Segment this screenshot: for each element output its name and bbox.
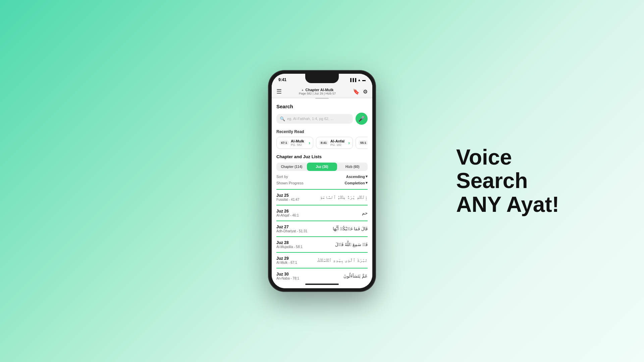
sort-value-text: Ascending [346, 175, 365, 179]
ayat-badge: 8:41 [319, 140, 328, 145]
juz-arabic-text: قَدۡ سَمِعَ ٱللَّهُ قَوۡلَ [335, 242, 368, 247]
header-info: ▲ Chapter Al-Mulk Page 582 | Juz 29 | Hi… [299, 88, 336, 95]
juz-arabic-text: إِلَيۡهِ يُرَدُّ عِلۡمُ ٱلسَّاعَةِ [320, 195, 368, 200]
juz-number: Juz 29 [276, 256, 297, 261]
search-icon: 🔍 [280, 116, 285, 121]
juz-arabic-text: قَالَ فَمَا خَطۡبُكُمۡ أَيُّهَا [333, 226, 368, 231]
phone-shell: 9:41 ▐▐▐ ▲ ▬ ☰ ▲ Chapter Al-Mulk Page 58… [268, 70, 376, 292]
app-header: ☰ ▲ Chapter Al-Mulk Page 582 | Juz 29 | … [272, 86, 372, 98]
progress-row: Shown Progress Completion ▾ [276, 181, 368, 185]
juz-info: Juz 25 Fussilat - 41:47 [276, 193, 299, 201]
search-bar: 🔍 eg. Al-Fatihah, 1:4, pg 62, ... 🎤 [276, 113, 368, 125]
content-area: Search 🔍 eg. Al-Fatihah, 1:4, pg 62, ...… [272, 99, 372, 280]
table-row[interactable]: Juz 29 Al-Mulk - 67:1 تَبَٰرَكَ ٱلَّذِى … [276, 252, 368, 268]
bookmark-icon[interactable]: 🔖 [353, 88, 360, 95]
search-placeholder: eg. Al-Fatihah, 1:4, pg 62, ... [287, 117, 333, 121]
juz-arabic-text: عَمَّ يَتَسَآءَلُونَ [343, 274, 368, 279]
juz-arabic-text: حم [362, 210, 368, 216]
chevron-right-icon: › [309, 140, 310, 145]
table-row[interactable]: Juz 26 Al-Ahqaf - 46:1 حم [276, 205, 368, 221]
home-indicator [272, 280, 372, 288]
juz-surah: Al-Mujadila - 58:1 [276, 245, 303, 249]
ayat-badge: 55:1 [359, 140, 368, 145]
juz-info: Juz 29 Al-Mulk - 67:1 [276, 256, 297, 264]
signal-icon: ▐▐▐ [349, 78, 356, 82]
progress-value[interactable]: Completion ▾ [345, 181, 368, 185]
table-row[interactable]: Juz 27 Adh-Dhariyat - 51:31 قَالَ فَمَا … [276, 221, 368, 236]
tab-chapter[interactable]: Chapter (114) [276, 163, 307, 171]
list-item[interactable]: 8:41 Al-Anfal PG. 182 › [316, 137, 353, 149]
juz-info: Juz 30 An-Naba - 78:1 [276, 272, 299, 280]
list-item[interactable]: 55:1 [356, 137, 368, 149]
chevron-right-icon: › [348, 140, 350, 145]
search-input-wrap[interactable]: 🔍 eg. Al-Fatihah, 1:4, pg 62, ... [276, 114, 353, 124]
item-name: Al-Anfal [330, 139, 346, 143]
headline-text: Voice Search ANY Ayat! [456, 145, 584, 216]
tab-hizb[interactable]: Hizb (60) [337, 163, 368, 171]
sort-label: Sort by [276, 175, 288, 179]
item-page: PG. 582 [291, 143, 307, 146]
dynamic-island [305, 74, 339, 83]
header-page-info: Page 582 | Juz 29 | Hizb 57 [299, 92, 336, 95]
search-title: Search [276, 104, 368, 109]
headline-line1: Voice Search ANY Ayat! [456, 145, 584, 216]
battery-icon: ▬ [362, 78, 366, 82]
headline-line1-text: Voice Search [456, 145, 528, 193]
juz-arabic-text: تَبَٰرَكَ ٱلَّذِى بِيَدِهِ ٱلۡمُلۡكُ [317, 258, 368, 263]
juz-info: Juz 28 Al-Mujadila - 58:1 [276, 240, 303, 249]
tab-juz[interactable]: Juz (30) [307, 163, 337, 171]
juz-number: Juz 27 [276, 225, 307, 229]
menu-icon[interactable]: ☰ [276, 88, 282, 95]
juz-number: Juz 30 [276, 272, 299, 277]
wifi-icon: ▲ [358, 78, 361, 82]
juz-number: Juz 28 [276, 240, 303, 245]
settings-icon[interactable]: ⚙ [363, 88, 368, 95]
item-detail: Al-Anfal PG. 182 [330, 139, 346, 146]
item-page: PG. 182 [330, 143, 346, 146]
juz-info: Juz 26 Al-Ahqaf - 46:1 [276, 209, 299, 217]
tab-row: Chapter (114) Juz (30) Hizb (60) [276, 163, 368, 171]
juz-number: Juz 25 [276, 193, 299, 198]
table-row[interactable]: Juz 28 Al-Mujadila - 58:1 قَدۡ سَمِعَ ٱل… [276, 236, 368, 252]
mic-button[interactable]: 🎤 [356, 113, 368, 125]
status-time: 9:41 [278, 77, 286, 82]
juz-surah: An-Naba - 78:1 [276, 277, 299, 280]
scene: 9:41 ▐▐▐ ▲ ▬ ☰ ▲ Chapter Al-Mulk Page 58… [0, 0, 644, 362]
juz-number: Juz 26 [276, 209, 299, 214]
table-row[interactable]: Juz 25 Fussilat - 41:47 إِلَيۡهِ يُرَدُّ… [276, 189, 368, 205]
juz-info: Juz 27 Adh-Dhariyat - 51:31 [276, 225, 307, 233]
progress-value-text: Completion [345, 181, 365, 185]
header-chapter-name: Chapter Al-Mulk [305, 88, 333, 92]
status-icons: ▐▐▐ ▲ ▬ [349, 78, 366, 82]
headline-line2-text: ANY Ayat! [456, 192, 559, 217]
status-bar: 9:41 ▐▐▐ ▲ ▬ [272, 74, 372, 86]
recently-read-label: Recently Read [276, 129, 368, 134]
progress-label: Shown Progress [276, 181, 304, 185]
sort-chevron-icon: ▾ [366, 174, 368, 179]
item-name: Al-Mulk [291, 139, 307, 143]
progress-chevron-icon: ▾ [366, 181, 368, 185]
home-bar [305, 284, 339, 285]
list-item[interactable]: 67:1 Al-Mulk PG. 582 › [276, 137, 313, 149]
phone-screen: 9:41 ▐▐▐ ▲ ▬ ☰ ▲ Chapter Al-Mulk Page 58… [272, 74, 372, 288]
sort-value[interactable]: Ascending ▾ [346, 174, 368, 179]
chapter-juz-label: Chapter and Juz Lists [276, 154, 368, 159]
mic-icon: 🎤 [358, 116, 365, 122]
juz-surah: Adh-Dhariyat - 51:31 [276, 229, 307, 233]
juz-surah: Al-Mulk - 67:1 [276, 261, 297, 264]
header-actions: 🔖 ⚙ [353, 88, 368, 95]
sort-row: Sort by Ascending ▾ [276, 174, 368, 179]
juz-surah: Al-Ahqaf - 46:1 [276, 214, 299, 217]
juz-list: Juz 25 Fussilat - 41:47 إِلَيۡهِ يُرَدُّ… [276, 189, 368, 280]
recently-read-list: 67:1 Al-Mulk PG. 582 › 8:41 Al-Anfal PG.… [276, 137, 368, 149]
ayat-badge: 67:1 [279, 140, 289, 145]
juz-surah: Fussilat - 41:47 [276, 198, 299, 201]
table-row[interactable]: Juz 30 An-Naba - 78:1 عَمَّ يَتَسَآءَلُو… [276, 268, 368, 280]
item-detail: Al-Mulk PG. 582 [291, 139, 307, 146]
